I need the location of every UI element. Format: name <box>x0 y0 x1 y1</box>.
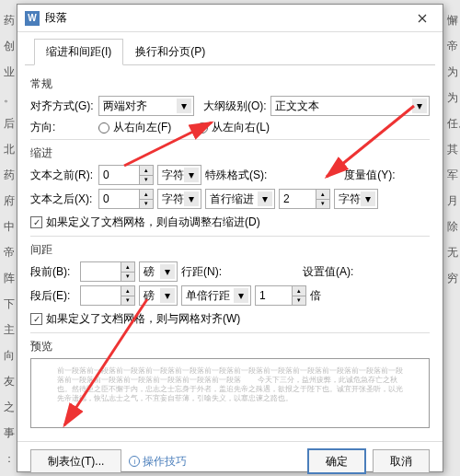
measure-spinner[interactable]: 2▴▾ <box>279 189 330 209</box>
tab-strip: 缩进和间距(I) 换行和分页(P) <box>25 32 435 65</box>
direction-label: 方向: <box>30 120 95 135</box>
info-icon: i <box>129 456 140 467</box>
titlebar: W 段落 <box>17 5 443 32</box>
section-indent: 缩进 <box>30 145 430 161</box>
setat-label: 设置值(A): <box>303 264 354 280</box>
dir-rtl-radio[interactable]: 从右向左(F) <box>98 120 171 135</box>
tips-link[interactable]: i操作技巧 <box>129 454 187 470</box>
special-label: 特殊格式(S): <box>205 168 267 183</box>
indent-after-unit[interactable]: 字符▾ <box>157 189 201 209</box>
linespace-label: 行距(N): <box>181 264 225 280</box>
space-before-unit[interactable]: 磅▾ <box>139 261 178 282</box>
tabstops-button[interactable]: 制表位(T)... <box>30 449 121 473</box>
outline-label: 大纲级别(O): <box>203 99 267 114</box>
space-before-label: 段前(B): <box>30 264 76 280</box>
special-combo[interactable]: 首行缩进▾ <box>205 189 275 209</box>
space-before-spinner[interactable]: ▴▾ <box>80 261 135 282</box>
dir-ltr-radio[interactable]: 从左向右(L) <box>197 120 270 135</box>
indent-after-spinner[interactable]: 0▴▾ <box>98 189 154 209</box>
bg-left: 药创业 。后北 药府中 帝阵下 主 向友 之事 ： 论此 轻下 布 臣于 ，基 … <box>0 0 17 476</box>
linespace-combo[interactable]: 单倍行距▾ <box>181 285 251 306</box>
spacing-grid-check[interactable]: ✓如果定义了文档网格，则与网格对齐(W) <box>30 311 430 327</box>
preview-box: 前一段落前一段落前一段落前一段落前一段落前一段落前一段落前一段落前一段落前一段落… <box>30 358 430 428</box>
space-after-spinner[interactable]: ▴▾ <box>80 285 135 306</box>
dialog-title: 段落 <box>45 10 409 26</box>
app-icon: W <box>25 11 40 26</box>
indent-before-label: 文本之前(R): <box>30 168 95 183</box>
outline-combo[interactable]: 正文文本▾ <box>270 96 430 116</box>
paragraph-dialog: W 段落 缩进和间距(I) 换行和分页(P) 常规 对齐方式(G): 两端对齐▾… <box>17 4 443 472</box>
bg-right: 懈 帝 为 为 任。 其 军 月， 除 无穷 <box>443 0 460 298</box>
measure-label: 度量值(Y): <box>344 168 396 183</box>
section-spacing: 间距 <box>30 242 430 258</box>
chevron-down-icon: ▾ <box>412 99 427 113</box>
indent-grid-check[interactable]: ✓如果定义了文档网格，则自动调整右缩进(D) <box>30 215 430 230</box>
section-preview: 预览 <box>30 339 430 354</box>
indent-before-unit[interactable]: 字符▾ <box>157 165 201 185</box>
setat-spinner[interactable]: 1▴▾ <box>255 285 306 306</box>
space-after-unit[interactable]: 磅▾ <box>139 285 178 306</box>
chevron-down-icon: ▾ <box>177 99 191 113</box>
close-button[interactable] <box>409 9 435 28</box>
cancel-button[interactable]: 取消 <box>373 449 430 473</box>
measure-unit[interactable]: 字符▾ <box>334 189 378 209</box>
tab-indent-spacing[interactable]: 缩进和间距(I) <box>34 39 123 65</box>
space-after-label: 段后(E): <box>30 288 76 304</box>
section-general: 常规 <box>30 76 430 92</box>
align-combo[interactable]: 两端对齐▾ <box>98 96 194 116</box>
setat-unit: 倍 <box>310 288 321 304</box>
align-label: 对齐方式(G): <box>30 99 95 114</box>
tab-line-page-breaks[interactable]: 换行和分页(P) <box>123 39 217 65</box>
indent-before-spinner[interactable]: 0▴▾ <box>98 165 154 185</box>
ok-button[interactable]: 确定 <box>308 449 365 473</box>
indent-after-label: 文本之后(X): <box>30 192 95 207</box>
